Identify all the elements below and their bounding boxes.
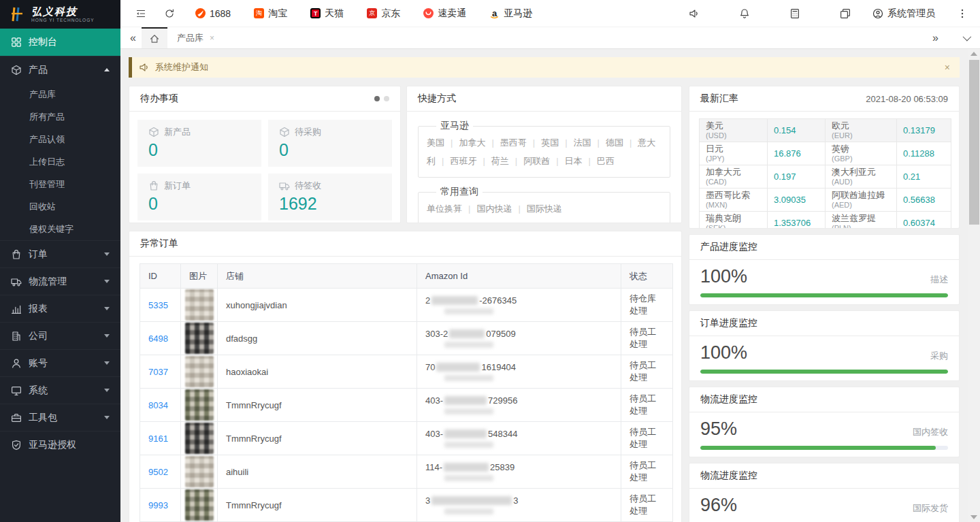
speaker-icon[interactable]: [689, 8, 700, 19]
order-status: 待员工处理: [621, 389, 673, 422]
sidebar-subitem-3[interactable]: 上传日志: [0, 150, 120, 173]
shortcut-link[interactable]: 美国: [427, 137, 444, 148]
cube-icon: [11, 65, 22, 76]
scroll-down-icon[interactable]: [970, 515, 977, 519]
currency-name: 波兰兹罗提: [832, 214, 890, 224]
sidebar-item-product[interactable]: 产品: [0, 56, 120, 83]
sidebar-item-account[interactable]: 账号: [0, 349, 120, 376]
orders-title: 异常订单: [140, 238, 178, 250]
user-menu[interactable]: 系统管理员: [872, 7, 935, 20]
shortcut-link[interactable]: 国内快递: [476, 203, 512, 214]
shortcut-link[interactable]: 国际快递: [527, 203, 562, 214]
tab-home[interactable]: [142, 27, 167, 48]
sidebar-item-order[interactable]: 订单: [0, 240, 120, 267]
order-id-link[interactable]: 7037: [148, 367, 168, 377]
shortcut-link[interactable]: 墨西哥: [500, 137, 527, 148]
carousel-dot-active[interactable]: [374, 96, 380, 101]
todo-tile-value: 1692: [279, 194, 381, 214]
tab-product-library[interactable]: 产品库 ×: [167, 27, 224, 48]
tab-close-icon[interactable]: ×: [210, 33, 214, 43]
sidebar-subitem-5[interactable]: 回收站: [0, 195, 120, 218]
shortcut-link[interactable]: 英国: [541, 137, 559, 148]
shortcut-link[interactable]: 法国: [574, 137, 591, 148]
rate-value: 0.13179: [897, 119, 951, 142]
shortcut-link[interactable]: 荷兰: [491, 156, 509, 166]
sidebar-item-label: 报表: [29, 303, 48, 315]
windows-icon[interactable]: [840, 8, 851, 19]
sidebar-item-company[interactable]: 公司: [0, 322, 120, 349]
order-id-link[interactable]: 9502: [148, 467, 168, 477]
shop-name: TmmnRrycugf: [218, 389, 417, 422]
product-image: [185, 389, 214, 421]
order-row: 9993TmmnRrycugf33待员工处理: [140, 489, 673, 522]
rate-value: 0.56638: [897, 189, 951, 212]
tabs-scroll-right-icon[interactable]: »: [927, 32, 944, 44]
currency-name: 阿联酋迪拉姆: [832, 191, 890, 201]
rate-value: 3.09035: [768, 189, 826, 212]
marketplace-link[interactable]: T天猫: [310, 7, 344, 20]
order-id-link[interactable]: 6498: [148, 333, 168, 344]
sidebar-item-system[interactable]: 系统: [0, 376, 120, 404]
more-menu-icon[interactable]: [957, 8, 968, 19]
order-row: 8034TmmnRrycugf403-729956待员工处理: [140, 389, 673, 422]
shortcut-link[interactable]: 西班牙: [450, 156, 476, 166]
todo-tile-label: 待采购: [295, 126, 321, 138]
sidebar-item-report[interactable]: 报表: [0, 295, 120, 322]
marketplace-link[interactable]: 1688: [195, 7, 231, 20]
rate-row: 美元(USD)0.154欧元(EUR)0.13179: [700, 119, 951, 142]
currency-code: (JPY): [706, 154, 761, 163]
collapse-sidebar-icon[interactable]: [135, 8, 146, 19]
separator: |: [556, 156, 558, 166]
marketplace-links: 1688淘淘宝T天猫京京东速卖通a亚马逊: [195, 7, 532, 20]
todo-tile[interactable]: 新产品0: [137, 120, 261, 167]
marketplace-link[interactable]: 淘淘宝: [254, 7, 287, 20]
shortcut-link[interactable]: 加拿大: [459, 137, 485, 148]
order-id-link[interactable]: 9993: [148, 500, 168, 510]
redacted-text: [444, 508, 493, 515]
sidebar-item-console[interactable]: 控制台: [0, 29, 120, 56]
sidebar-item-toolkit[interactable]: 工具包: [0, 404, 120, 431]
topbar-right: 系统管理员: [689, 7, 968, 20]
shield-icon: [11, 440, 22, 451]
shortcut-link[interactable]: 巴西: [597, 156, 615, 166]
truck-icon: [279, 180, 290, 191]
notice-close-icon[interactable]: ×: [945, 62, 950, 73]
calculator-icon[interactable]: [789, 8, 800, 19]
shortcut-link[interactable]: 德国: [606, 137, 623, 148]
todo-tile[interactable]: 待采购0: [268, 120, 392, 167]
bell-icon[interactable]: [739, 8, 750, 19]
marketplace-link[interactable]: 速卖通: [423, 7, 466, 20]
scroll-up-icon[interactable]: [970, 52, 977, 56]
order-id-link[interactable]: 9161: [148, 434, 168, 444]
sidebar-subitem-0[interactable]: 产品库: [0, 83, 120, 105]
sidebar-subitem-6[interactable]: 侵权关键字: [0, 218, 120, 240]
tabs-menu-icon[interactable]: [963, 33, 972, 42]
user-name: 系统管理员: [887, 7, 935, 20]
sidebar-item-logistics[interactable]: 物流管理: [0, 267, 120, 295]
sidebar-subitem-1[interactable]: 所有产品: [0, 105, 120, 128]
rate-value: 0.197: [768, 165, 826, 189]
scrollbar-thumb[interactable]: [969, 60, 979, 225]
sidebar-subitem-4[interactable]: 刊登管理: [0, 173, 120, 195]
marketplace-link[interactable]: a亚马逊: [489, 7, 532, 20]
sidebar-subitem-2[interactable]: 产品认领: [0, 128, 120, 150]
todo-tile[interactable]: 新订单0: [137, 174, 261, 221]
currency-code: (AUD): [832, 178, 890, 186]
order-row: 9161TmmnRrycugf403-548344待员工处理: [140, 422, 673, 455]
product-image: [185, 423, 214, 454]
sidebar-item-amazon-auth[interactable]: 亚马逊授权: [0, 431, 120, 458]
scrollbar[interactable]: [968, 49, 980, 522]
orders-header-row: ID图片店铺Amazon Id状态: [140, 264, 673, 289]
marketplace-link[interactable]: 京京东: [367, 7, 400, 20]
shortcut-link[interactable]: 日本: [565, 156, 583, 166]
carousel-dot[interactable]: [384, 96, 389, 101]
monitor-percent: 96%: [700, 495, 737, 516]
order-id-link[interactable]: 5335: [148, 300, 168, 310]
tabs-scroll-left-icon[interactable]: «: [125, 32, 142, 44]
refresh-icon[interactable]: [164, 8, 175, 19]
order-id-link[interactable]: 8034: [148, 400, 168, 410]
shortcut-link[interactable]: 单位换算: [427, 203, 462, 214]
shortcut-link[interactable]: 阿联酋: [523, 156, 550, 166]
todo-tile[interactable]: 待签收1692: [268, 174, 392, 221]
order-row: 9502aihuili114-25839待员工处理: [140, 455, 673, 489]
